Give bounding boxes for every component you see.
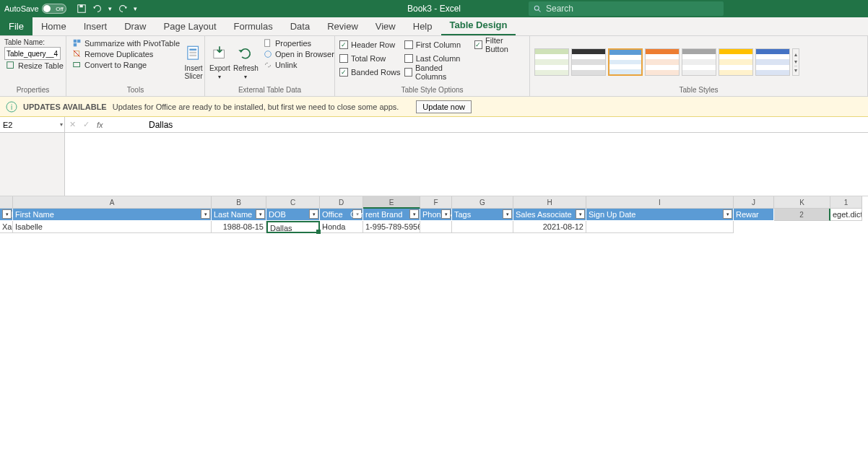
tab-view[interactable]: View <box>367 17 404 35</box>
filter-icon[interactable]: ▾ <box>723 209 732 219</box>
table-header-cell[interactable]: Title▾ <box>0 209 13 221</box>
filter-icon[interactable]: ▾ <box>201 209 210 219</box>
column-header[interactable]: B <box>212 196 266 209</box>
column-header[interactable]: D <box>320 196 363 209</box>
column-header[interactable]: F <box>420 196 452 209</box>
column-header[interactable]: E <box>363 196 420 209</box>
cell[interactable]: Dallas <box>266 221 320 233</box>
chevron-down-icon[interactable]: ▾ <box>60 121 63 128</box>
table-header-cell[interactable]: Tags▾ <box>452 209 513 221</box>
convert-to-range-button[interactable]: Convert to Range <box>71 60 181 70</box>
undo-icon[interactable] <box>92 4 103 14</box>
remove-duplicates-button[interactable]: Remove Duplicates <box>71 49 181 59</box>
fill-handle[interactable] <box>316 230 321 234</box>
filter-icon[interactable]: ▾ <box>409 209 419 219</box>
table-header-cell[interactable]: DOB▾ <box>266 209 320 221</box>
table-name-input[interactable] <box>4 47 61 60</box>
autosave-toggle[interactable]: AutoSave Off <box>0 4 71 14</box>
header-row-check[interactable]: ✓Header Row <box>339 38 402 51</box>
spreadsheet-grid[interactable]: ABCDEFGHIJK1Title▾First Name▾Last Name▾D… <box>0 196 868 233</box>
chevron-up-icon[interactable]: ▴ <box>794 51 797 58</box>
table-style-thumb[interactable] <box>719 48 753 76</box>
banded-columns-check[interactable]: Banded Columns <box>404 66 472 79</box>
update-now-button[interactable]: Update now <box>416 100 472 113</box>
name-box[interactable]: E2 ▾ <box>0 117 65 133</box>
banded-rows-check[interactable]: ✓Banded Rows <box>339 66 402 79</box>
formula-input[interactable]: Dallas <box>144 117 868 133</box>
chevron-down-icon[interactable]: ▾ <box>794 58 797 65</box>
tab-home[interactable]: Home <box>32 17 75 35</box>
save-icon[interactable] <box>77 4 87 14</box>
unlink-button[interactable]: Unlink <box>261 60 336 70</box>
table-header-cell[interactable]: Phone Number▾ <box>420 209 452 221</box>
resize-table-button[interactable]: Resize Table <box>4 61 61 71</box>
table-style-thumb[interactable] <box>571 48 606 76</box>
row-header[interactable]: 1 <box>830 196 862 209</box>
refresh-button[interactable]: Refresh▾ <box>233 38 259 86</box>
dropdown-icon[interactable]: ▾ <box>108 5 112 12</box>
svg-rect-14 <box>189 55 196 56</box>
table-header-cell[interactable]: Sign Up Date▾ <box>586 209 734 221</box>
column-header[interactable]: H <box>513 196 586 209</box>
cell[interactable]: Honda <box>320 221 363 233</box>
cell[interactable]: Isabelle <box>13 221 212 233</box>
table-header-cell[interactable]: Sales Associate▾ <box>513 209 586 221</box>
cell[interactable] <box>420 221 452 233</box>
column-header[interactable]: K <box>774 196 830 209</box>
row-header[interactable]: 2 <box>774 209 830 221</box>
cancel-icon[interactable]: ✕ <box>69 120 76 129</box>
tab-page-layout[interactable]: Page Layout <box>155 17 225 35</box>
first-column-check[interactable]: First Column <box>404 38 472 51</box>
table-header-cell[interactable]: Rewar <box>734 209 774 221</box>
tab-table-design[interactable]: Table Design <box>441 16 516 35</box>
table-style-thumb[interactable] <box>534 48 569 76</box>
tab-data[interactable]: Data <box>282 17 318 35</box>
table-styles-gallery[interactable]: ▴ ▾ ▾ <box>534 38 863 86</box>
search-box[interactable]: Search <box>529 1 724 16</box>
cell[interactable]: 1988-08-15 <box>212 221 266 233</box>
filter-icon[interactable]: ▾ <box>576 209 585 219</box>
open-in-browser-button[interactable]: Open in Browser <box>261 49 336 59</box>
insert-slicer-button[interactable]: Insert Slicer <box>184 38 203 86</box>
more-icon[interactable]: ▾ <box>794 66 797 74</box>
column-header[interactable]: C <box>266 196 320 209</box>
cell[interactable]: eget.dictum.placerat@mattis.ca <box>830 209 862 221</box>
tab-insert[interactable]: Insert <box>75 17 116 35</box>
total-row-check[interactable]: Total Row <box>339 52 402 65</box>
table-header-cell[interactable]: Last Name▾ <box>212 209 266 221</box>
table-style-thumb[interactable] <box>645 48 680 76</box>
filter-icon[interactable]: ▾ <box>503 209 512 219</box>
column-header[interactable]: G <box>452 196 513 209</box>
cell[interactable] <box>452 221 513 233</box>
cell[interactable]: Xander <box>0 221 13 233</box>
select-all-corner[interactable] <box>0 196 13 209</box>
cell[interactable] <box>586 221 734 233</box>
filter-button-check[interactable]: ✓Filter Button <box>474 38 525 51</box>
dropdown-icon[interactable]: ▾ <box>134 5 137 12</box>
table-header-cell[interactable]: First Name▾ <box>13 209 212 221</box>
enter-icon[interactable]: ✓ <box>83 120 90 129</box>
table-style-thumb[interactable] <box>608 48 643 76</box>
fx-icon[interactable]: fx <box>97 121 103 129</box>
cell[interactable]: 2021-08-12 <box>513 221 586 233</box>
filter-icon[interactable]: ▾ <box>309 209 318 219</box>
export-button[interactable]: Export▾ <box>209 38 230 86</box>
filter-icon[interactable]: ▾ <box>2 209 12 219</box>
tab-help[interactable]: Help <box>404 17 441 35</box>
column-header[interactable]: A <box>13 196 212 209</box>
cell[interactable]: 1-995-789-5956 <box>363 221 420 233</box>
redo-icon[interactable] <box>118 4 128 14</box>
column-header[interactable]: I <box>586 196 734 209</box>
summarize-pivot-button[interactable]: Summarize with PivotTable <box>71 38 181 48</box>
table-header-cell[interactable]: Current Brand▾ <box>363 209 420 221</box>
table-style-thumb[interactable] <box>755 48 790 76</box>
table-style-thumb[interactable] <box>682 48 716 76</box>
properties-button[interactable]: Properties <box>261 38 336 48</box>
tab-review[interactable]: Review <box>318 17 367 35</box>
column-header[interactable]: J <box>734 196 774 209</box>
tab-formulas[interactable]: Formulas <box>225 17 282 35</box>
filter-icon[interactable]: ▾ <box>441 209 451 219</box>
filter-icon[interactable]: ▾ <box>256 209 265 219</box>
tab-file[interactable]: File <box>0 17 32 35</box>
tab-draw[interactable]: Draw <box>116 17 155 35</box>
